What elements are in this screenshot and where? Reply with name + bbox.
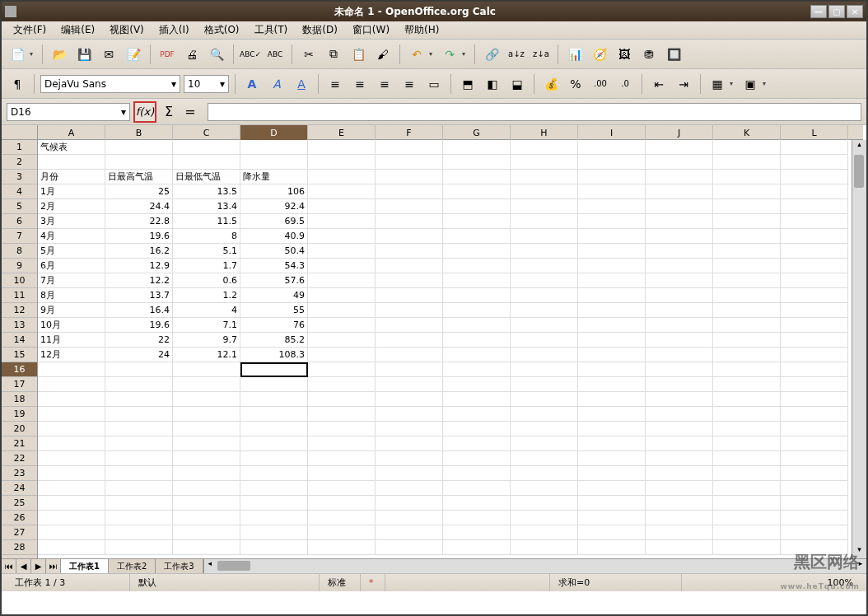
cell-D2[interactable] xyxy=(240,155,308,170)
print-icon[interactable]: 🖨 xyxy=(181,44,203,65)
cell-B13[interactable]: 19.6 xyxy=(105,318,173,333)
cell-J2[interactable] xyxy=(646,155,713,170)
cell-L4[interactable] xyxy=(781,184,848,199)
cell-F25[interactable] xyxy=(376,496,443,511)
cell-G24[interactable] xyxy=(443,481,511,496)
cell-H18[interactable] xyxy=(511,392,578,407)
print-preview-icon[interactable]: 🔍 xyxy=(206,44,227,65)
cell-F18[interactable] xyxy=(376,392,443,407)
cell-B5[interactable]: 24.4 xyxy=(105,199,173,214)
cell-H26[interactable] xyxy=(511,511,578,525)
cell-A21[interactable] xyxy=(38,436,105,451)
cell-H24[interactable] xyxy=(511,481,578,496)
sort-desc-icon[interactable]: z↓a xyxy=(530,44,552,65)
cell-A20[interactable] xyxy=(38,422,105,436)
cell-L25[interactable] xyxy=(781,496,848,511)
cell-F5[interactable] xyxy=(376,199,443,214)
cell-C9[interactable]: 1.7 xyxy=(173,259,240,273)
cell-F2[interactable] xyxy=(376,155,443,170)
cell-F7[interactable] xyxy=(376,229,443,244)
cell-F16[interactable] xyxy=(376,362,443,377)
dropdown-arrow-icon[interactable]: ▾ xyxy=(429,50,436,58)
menu-edit[interactable]: 编辑(E) xyxy=(54,21,101,39)
open-icon[interactable]: 📂 xyxy=(49,44,70,65)
currency-icon[interactable]: 💰 xyxy=(540,73,562,95)
cell-B4[interactable]: 25 xyxy=(105,184,173,199)
cell-L23[interactable] xyxy=(781,466,848,481)
cell-J17[interactable] xyxy=(646,377,713,392)
cell-B15[interactable]: 24 xyxy=(105,348,173,362)
cell-D26[interactable] xyxy=(240,511,308,525)
row-header-16[interactable]: 16 xyxy=(2,362,37,377)
function-wizard-button[interactable]: f(x) xyxy=(133,101,156,123)
format-paintbrush-icon[interactable]: 🖌 xyxy=(372,44,394,65)
cell-J12[interactable] xyxy=(646,303,713,318)
cell-D4[interactable]: 106 xyxy=(240,184,308,199)
cell-F14[interactable] xyxy=(376,333,443,348)
cell-F4[interactable] xyxy=(376,184,443,199)
cell-A15[interactable]: 12月 xyxy=(38,348,105,362)
col-header-D[interactable]: D xyxy=(240,125,308,140)
cell-A5[interactable]: 2月 xyxy=(38,199,105,214)
cell-G1[interactable] xyxy=(443,140,511,155)
cell-E10[interactable] xyxy=(308,273,376,288)
sheet-tab-3[interactable]: 工作表3 xyxy=(156,559,203,573)
cell-B9[interactable]: 12.9 xyxy=(105,259,173,273)
cell-E24[interactable] xyxy=(308,481,376,496)
cell-D21[interactable] xyxy=(240,436,308,451)
cell-E26[interactable] xyxy=(308,511,376,525)
cell-E22[interactable] xyxy=(308,451,376,466)
cell-A3[interactable]: 月份 xyxy=(38,170,105,184)
col-header-J[interactable]: J xyxy=(646,125,713,140)
row-header-10[interactable]: 10 xyxy=(2,273,37,288)
select-all-corner[interactable] xyxy=(2,125,38,140)
cell-G22[interactable] xyxy=(443,451,511,466)
formula-input[interactable] xyxy=(208,103,861,121)
styles-icon[interactable]: ¶ xyxy=(7,73,28,95)
row-header-9[interactable]: 9 xyxy=(2,259,37,273)
cell-B27[interactable] xyxy=(105,525,173,540)
cell-E6[interactable] xyxy=(308,214,376,229)
bold-icon[interactable]: A xyxy=(241,73,263,95)
edit-doc-icon[interactable]: 📝 xyxy=(123,44,144,65)
font-size-select[interactable]: 10▾ xyxy=(184,75,229,93)
cell-K21[interactable] xyxy=(713,436,781,451)
cell-G27[interactable] xyxy=(443,525,511,540)
cell-K16[interactable] xyxy=(713,362,781,377)
cell-F11[interactable] xyxy=(376,288,443,303)
cell-E27[interactable] xyxy=(308,525,376,540)
row-header-24[interactable]: 24 xyxy=(2,481,37,496)
cell-B24[interactable] xyxy=(105,481,173,496)
cell-G2[interactable] xyxy=(443,155,511,170)
cell-I2[interactable] xyxy=(578,155,646,170)
cell-C23[interactable] xyxy=(173,466,240,481)
row-header-27[interactable]: 27 xyxy=(2,525,37,540)
remove-decimal-icon[interactable]: .0 xyxy=(614,73,636,95)
cell-L11[interactable] xyxy=(781,288,848,303)
cell-H13[interactable] xyxy=(511,318,578,333)
cell-E16[interactable] xyxy=(308,362,376,377)
dropdown-arrow-icon[interactable]: ▾ xyxy=(30,50,36,58)
cell-F10[interactable] xyxy=(376,273,443,288)
cell-J5[interactable] xyxy=(646,199,713,214)
cell-F12[interactable] xyxy=(376,303,443,318)
row-header-23[interactable]: 23 xyxy=(2,466,37,481)
row-header-26[interactable]: 26 xyxy=(2,511,37,525)
cell-F19[interactable] xyxy=(376,407,443,422)
cell-D27[interactable] xyxy=(240,525,308,540)
cell-D10[interactable]: 57.6 xyxy=(240,273,308,288)
cell-K7[interactable] xyxy=(713,229,781,244)
cell-J25[interactable] xyxy=(646,496,713,511)
cell-J24[interactable] xyxy=(646,481,713,496)
cell-H2[interactable] xyxy=(511,155,578,170)
pdf-export-icon[interactable]: PDF xyxy=(156,44,178,65)
cell-J19[interactable] xyxy=(646,407,713,422)
cell-D23[interactable] xyxy=(240,466,308,481)
cell-B28[interactable] xyxy=(105,540,173,555)
row-header-13[interactable]: 13 xyxy=(2,318,37,333)
row-header-2[interactable]: 2 xyxy=(2,155,37,170)
cell-J27[interactable] xyxy=(646,525,713,540)
cell-G3[interactable] xyxy=(443,170,511,184)
cell-J7[interactable] xyxy=(646,229,713,244)
row-header-6[interactable]: 6 xyxy=(2,214,37,229)
